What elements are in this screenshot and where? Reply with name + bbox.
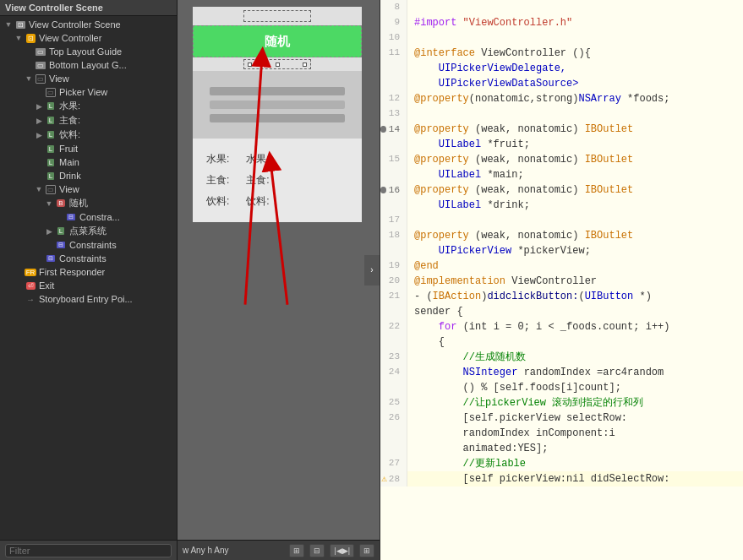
tree-item-drink-en[interactable]: L Drink [0,169,177,182]
random-btn-icon: B [54,198,68,209]
line-number: 15 [380,152,407,167]
code-line-18: 18 @property (weak, nonatomic) IBOutlet [380,228,743,243]
top-layout-label: Top Layout Guide [49,46,122,57]
line-number [380,137,407,152]
arrow-icon [34,171,44,180]
code-line-20: 20 @implementation ViewController [380,274,743,289]
code-line-25: 25 //让pickerView 滚动到指定的行和列 [380,395,743,410]
nav-arrow[interactable]: › [364,255,380,285]
align-btn[interactable]: ⊟ [309,544,325,557]
drink-en-icon: L [44,170,57,182]
tree-item-view2[interactable]: ▼ ▭ View [0,182,177,196]
arrow-icon: ▶ [44,227,54,236]
tree-item-bottom-layout[interactable]: ▭ Bottom Layout G... [0,58,177,72]
line-number: 24 [380,365,407,380]
fruit-cn-icon: L [44,101,57,112]
line-content [414,30,743,46]
exit-icon: ⏎ [24,280,37,291]
random-button-area[interactable]: 随机 [193,25,362,57]
code-line-21: 21 - (IBAction)didclickButton:(UIButton … [380,289,743,304]
label-val-drink: 饮料: [246,194,269,209]
view2-icon: ▭ [44,183,57,195]
line-number: 20 [380,274,407,289]
main-cn-label: 主食: [59,114,80,127]
arrow-icon [14,281,24,290]
tree-item-vc-scene[interactable]: ▼ ⊡ View Controller Scene [0,18,177,31]
zoom-btn[interactable]: |◀▶| [330,544,354,557]
tree-item-storyboard[interactable]: → Storyboard Entry Poi... [0,292,177,306]
code-line-8: 8 [380,0,743,15]
tree-item-view1[interactable]: ▼ ▭ View [0,72,177,85]
line-number: 8 [380,0,407,15]
tree-item-main-en[interactable]: L Main [0,155,177,169]
code-line-22: 22 for (int i = 0; i < _foods.count; i++… [380,319,743,334]
picker-area [193,71,362,139]
arrow-icon [44,241,54,249]
line-content: randomIndex inComponent:i [414,426,743,441]
code-line-12: 12 @property(nonatomic,strong)NSArray *f… [380,91,743,106]
tree-item-main-cn[interactable]: ▶ L 主食: [0,113,177,128]
grid-btn[interactable]: ⊞ [289,544,304,557]
line-number: ⚠28 [380,471,407,487]
line-content: UIPickerViewDelegate, [414,61,743,76]
fruit-en-label: Fruit [59,144,78,154]
line-content: UILabel *fruit; [414,137,743,152]
tree-item-first-responder[interactable]: FR First Responder [0,265,177,279]
code-line-19: 19 @end [380,258,743,274]
arrow-icon [34,158,44,166]
tree-item-exit[interactable]: ⏎ Exit [0,279,177,292]
tree-item-drink-cn[interactable]: ▶ L 饮料: [0,128,177,142]
tree-item-fruit-en[interactable]: L Fruit [0,142,177,155]
code-line-15: 15 @property (weak, nonatomic) IBOutlet [380,152,743,167]
layout-btn[interactable]: ⊞ [359,544,374,557]
arrow-icon [54,213,64,221]
tree-item-fruit-cn[interactable]: ▶ L 水果: [0,99,177,113]
handle [248,63,252,67]
code-line-23: 23 //生成随机数 [380,350,743,365]
first-responder-icon: FR [24,266,37,278]
fruit-en-icon: L [44,143,57,155]
filter-input[interactable] [5,544,172,557]
main-en-icon: L [44,156,57,168]
line-number: 26 [380,410,407,426]
tree-item-constraint1[interactable]: ⊟ Constra... [0,210,177,224]
constraint1-label: Constra... [79,212,120,222]
tree-item-picker-view[interactable]: ▭ Picker View [0,85,177,99]
line-number [380,167,407,182]
handle-bar [243,59,311,69]
drink-cn-label: 饮料: [59,128,80,141]
code-line-11b: UIPickerViewDelegate, [380,61,743,76]
storyboard-icon: → [24,293,37,305]
line-content: () % [self.foods[i]count]; [414,380,743,395]
view1-label: View [49,73,69,84]
arrow-icon [14,295,24,303]
drink-cn-icon: L [44,129,57,141]
bottom-layout-icon: ▭ [34,59,47,71]
tree-item-random-btn[interactable]: ▼ B 随机 [0,196,177,210]
tree-item-constraints3[interactable]: ⊟ Constraints [0,252,177,265]
line-number [380,441,407,456]
line-number [380,243,407,258]
label-row-main: 主食: 主食: [206,173,348,188]
line-content: @property(nonatomic,strong)NSArray *food… [414,91,743,106]
line-number: 11 [380,46,407,61]
code-line-17: 17 [380,213,743,228]
constraints3-label: Constraints [59,253,107,264]
picker-bar-1 [210,87,345,95]
tree-item-top-layout[interactable]: ▭ Top Layout Guide [0,45,177,58]
tree-item-constraints2[interactable]: ⊟ Constraints [0,238,177,252]
constraint1-icon: ⊟ [64,211,78,223]
code-line-18b: UIPickerView *pickerView; [380,243,743,258]
size-indicator: w Any h Any [183,546,228,555]
top-layout-indicator [243,10,311,22]
line-content: @property (weak, nonatomic) IBOutlet [414,228,743,243]
line-number [380,304,407,319]
line-number: 16 [380,182,407,198]
line-content: animated:YES]; [414,441,743,456]
tree-item-order-sys[interactable]: ▶ L 点菜系统 [0,224,177,238]
tree-item-vc[interactable]: ▼ ⊡ View Controller [0,31,177,45]
code-line-9: 9 #import "ViewController.h" [380,15,743,30]
code-line-11c: UIPickerViewDataSource> [380,76,743,91]
label-key-main: 主食: [206,173,229,188]
drink-en-label: Drink [59,171,81,181]
